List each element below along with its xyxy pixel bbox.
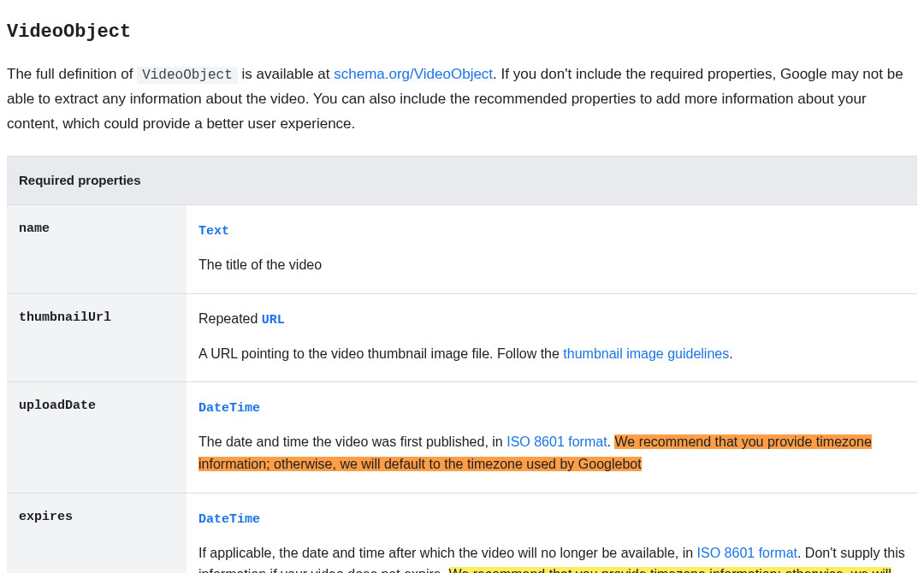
property-name: uploadDate: [7, 382, 187, 493]
property-description: The date and time the video was first pu…: [198, 431, 905, 475]
inline-code-videoobject: VideoObject: [137, 67, 238, 84]
property-cell: Text The title of the video: [187, 205, 917, 294]
desc-text: .: [729, 346, 732, 361]
property-name: expires: [7, 493, 187, 573]
type-link-text[interactable]: Text: [198, 224, 229, 239]
type-link-datetime[interactable]: DateTime: [198, 512, 260, 527]
table-row: uploadDate DateTime The date and time th…: [7, 382, 917, 493]
type-link-datetime[interactable]: DateTime: [198, 401, 260, 416]
table-row: thumbnailUrl Repeated URL A URL pointing…: [7, 293, 917, 382]
property-cell: Repeated URL A URL pointing to the video…: [187, 293, 917, 382]
type-link-url[interactable]: URL: [262, 313, 285, 328]
desc-text: The date and time the video was first pu…: [198, 434, 506, 449]
property-cell: DateTime If applicable, the date and tim…: [187, 493, 917, 573]
desc-text: A URL pointing to the video thumbnail im…: [198, 346, 563, 361]
desc-text: If applicable, the date and time after w…: [198, 546, 697, 560]
link-iso-8601[interactable]: ISO 8601 format: [697, 546, 797, 560]
property-name: name: [7, 205, 187, 294]
intro-paragraph: The full definition of VideoObject is av…: [7, 62, 917, 137]
intro-text: is available at: [238, 66, 334, 82]
property-name: thumbnailUrl: [7, 293, 187, 382]
property-description: The title of the video: [198, 254, 905, 276]
table-section-header: Required properties: [7, 157, 917, 205]
property-description: If applicable, the date and time after w…: [198, 542, 905, 573]
link-thumbnail-guidelines[interactable]: thumbnail image guidelines: [563, 346, 729, 361]
required-properties-table: Required properties name Text The title …: [7, 156, 917, 573]
section-heading: VideoObject: [7, 17, 917, 47]
link-iso-8601[interactable]: ISO 8601 format: [506, 434, 607, 449]
table-row: expires DateTime If applicable, the date…: [7, 493, 917, 573]
property-description: A URL pointing to the video thumbnail im…: [198, 343, 905, 365]
link-schema-org-videoobject[interactable]: schema.org/VideoObject: [334, 66, 493, 82]
table-row: name Text The title of the video: [7, 205, 917, 294]
type-prefix: Repeated: [198, 311, 262, 326]
intro-text: The full definition of: [7, 66, 137, 82]
property-cell: DateTime The date and time the video was…: [187, 382, 917, 493]
